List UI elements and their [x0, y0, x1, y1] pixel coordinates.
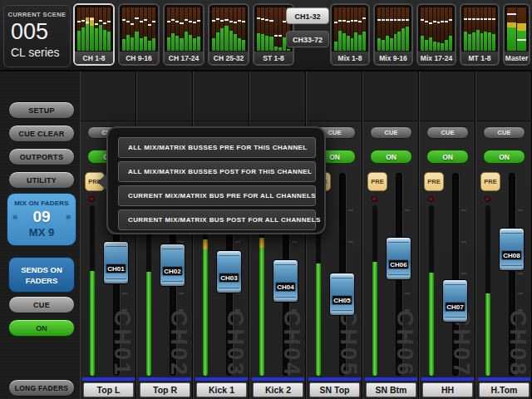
- fader-cap-label: CH08: [501, 250, 522, 260]
- channel-cue-button[interactable]: CUE: [370, 126, 412, 139]
- mini-meter-column: [126, 7, 130, 52]
- pre-indicator[interactable]: PRE: [367, 172, 387, 191]
- long-faders-button[interactable]: LONG FADERS: [8, 379, 75, 397]
- popup-item-all-post-this-channel[interactable]: ALL MIX/MATRIX BUSSES POST FOR THIS CHAN…: [118, 161, 316, 182]
- mini-meter-column: [445, 7, 448, 52]
- channel-on-button[interactable]: ON: [370, 150, 412, 164]
- channel-name-box[interactable]: Top R: [140, 382, 190, 397]
- pre-indicator[interactable]: PRE: [424, 172, 444, 191]
- mini-fader-dash: [175, 21, 179, 22]
- mini-fader-dash: [95, 23, 98, 25]
- fader-cap[interactable]: CH01: [103, 241, 129, 284]
- sidebar-item-cue-clear[interactable]: CUE CLEAR: [8, 125, 75, 142]
- sidebar-on-button[interactable]: ON: [8, 319, 75, 337]
- bank-label: MT 1-8: [461, 51, 498, 64]
- fader-cap[interactable]: CH06: [386, 237, 411, 280]
- bank-thumb[interactable]: Mix 17-24: [416, 3, 456, 66]
- strip-top-panel: [420, 71, 475, 121]
- mini-meter-green: [171, 33, 175, 52]
- popup-item-current-pre-all-channels[interactable]: CURRENT MIX/MATRIX BUS PRE FOR ALL CHANN…: [118, 185, 316, 206]
- strip-top-panel: [307, 71, 362, 121]
- meter-yellow-tip: [259, 238, 264, 248]
- mini-meter-green: [86, 24, 89, 52]
- bank-thumb[interactable]: CH 17-24: [163, 3, 204, 66]
- channel-name-box[interactable]: Kick 2: [253, 382, 303, 397]
- popup-item-all-pre-this-channel[interactable]: ALL MIX/MATRIX BUSSES PRE FOR THIS CHANN…: [118, 137, 316, 158]
- fader-cap-label: CH05: [332, 295, 352, 305]
- mini-meter-column: [338, 7, 342, 52]
- mini-meter-column: [171, 7, 175, 52]
- mini-meter-column: [144, 7, 147, 52]
- mini-fader-dash: [122, 19, 126, 21]
- bank-thumb[interactable]: CH 25-32: [208, 3, 249, 66]
- sidebar-item-utility[interactable]: UTILITY: [8, 171, 75, 189]
- popup-item-current-post-all-channels[interactable]: CURRENT MIX/MATRIX BUS POST FOR ALL CHAN…: [118, 209, 316, 230]
- bank-thumb[interactable]: Master: [503, 3, 530, 66]
- mini-fader-dash: [386, 19, 389, 21]
- channel-name-box[interactable]: H.Tom: [479, 382, 530, 397]
- sidebar-item-outports[interactable]: OUTPORTS: [8, 148, 75, 165]
- mini-meter-green: [397, 32, 401, 52]
- channel-on-button[interactable]: ON: [483, 150, 525, 164]
- layer-toggle-ch1-32[interactable]: CH1-32: [286, 7, 329, 24]
- pre-indicator[interactable]: PRE: [480, 172, 500, 191]
- fader-scale-tick: [518, 293, 523, 294]
- channel-cue-button[interactable]: CUE: [483, 126, 525, 139]
- fader-cap[interactable]: CH08: [499, 228, 525, 271]
- mini-meter-column: [425, 7, 428, 52]
- mix-bus-name: MX 9: [7, 226, 76, 239]
- peak-led-icon: [485, 196, 490, 202]
- channel-name-box[interactable]: SN Top: [309, 382, 360, 397]
- mini-meter-green: [507, 27, 516, 52]
- bank-mini-meter: [257, 7, 290, 52]
- level-meter: [429, 205, 434, 376]
- bank-label: Mix 1-8: [332, 51, 368, 64]
- channel-name-box[interactable]: Kick 1: [196, 382, 247, 397]
- meter-fill: [203, 249, 208, 376]
- fader-cap[interactable]: CH02: [160, 244, 185, 287]
- fader-cap[interactable]: CH07: [442, 279, 468, 323]
- peak-led-icon: [428, 196, 434, 202]
- sidebar-cue-button[interactable]: CUE: [8, 296, 75, 313]
- channel-strip: CUEONPRECH04CH04Kick 2: [249, 71, 305, 399]
- fader-cap-label: CH06: [388, 259, 409, 269]
- bank-thumb[interactable]: CH 9-16: [118, 3, 160, 66]
- popup-callout-arrow-icon: [97, 173, 108, 191]
- mini-meter-green: [347, 36, 350, 52]
- channel-name-box[interactable]: Top L: [83, 382, 134, 397]
- mini-meter-green: [445, 40, 448, 52]
- bank-thumb[interactable]: Mix 1-8: [330, 3, 370, 66]
- bank-thumb[interactable]: MT 1-8: [460, 3, 500, 66]
- mini-meter-green: [238, 38, 241, 52]
- fader-cap-label: CH03: [219, 273, 239, 283]
- sends-on-faders-button[interactable]: SENDS ON FADERS: [8, 257, 75, 293]
- mini-meter-column: [437, 7, 441, 52]
- bank-mini-meter: [377, 7, 409, 52]
- bank-thumb[interactable]: Mix 9-16: [373, 3, 413, 66]
- fader-scale-tick: [179, 293, 184, 294]
- layer-toggle-ch33-72[interactable]: CH33-72: [286, 31, 329, 47]
- mini-meter-column: [216, 7, 219, 52]
- meter-fill: [485, 293, 490, 376]
- fader-cap[interactable]: CH05: [329, 273, 355, 316]
- channel-cue-button[interactable]: CUE: [426, 126, 469, 139]
- mini-meter-column: [90, 7, 93, 52]
- sidebar-item-setup[interactable]: SETUP: [8, 101, 75, 119]
- bank-label: Mix 17-24: [418, 51, 455, 64]
- channel-on-button[interactable]: ON: [426, 150, 469, 164]
- mini-meter-column: [362, 7, 366, 52]
- fader-cap[interactable]: CH03: [216, 250, 242, 293]
- prev-mix-arrow-icon[interactable]: «: [12, 211, 17, 221]
- mini-meter-column: [86, 7, 89, 52]
- channel-color-bar: [365, 377, 417, 381]
- mini-fader-dash: [476, 18, 480, 20]
- scene-panel[interactable]: CURRENT SCENE 005 CL series: [3, 5, 71, 67]
- bank-thumb[interactable]: CH 1-8: [73, 3, 115, 66]
- channel-name-box[interactable]: HH: [422, 382, 473, 397]
- bank-label: CH 17-24: [165, 51, 203, 64]
- channel-name-box[interactable]: SN Btm: [366, 382, 416, 397]
- mix-on-faders-panel[interactable]: MIX ON FADERS « 09 » MX 9: [7, 193, 76, 246]
- fader-cap[interactable]: CH04: [273, 259, 298, 303]
- next-mix-arrow-icon[interactable]: »: [66, 211, 71, 221]
- mini-fader-dash: [433, 21, 436, 22]
